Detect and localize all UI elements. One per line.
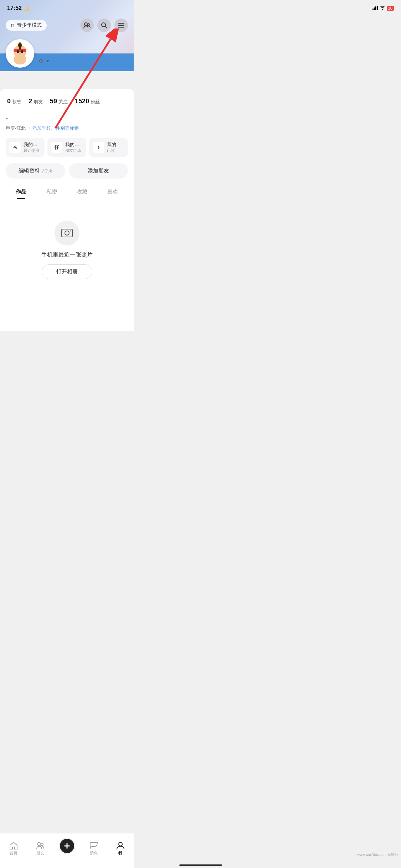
name-dot	[39, 59, 43, 63]
friends-label: 朋友	[34, 99, 43, 105]
friends-number: 2	[29, 98, 32, 105]
mini-app-programs-icon: ✳	[9, 142, 21, 153]
stat-friends[interactable]: 2 朋友	[29, 98, 43, 105]
mini-app-music-name: 我的	[107, 141, 116, 148]
stat-followers[interactable]: 1520 粉丝	[75, 98, 100, 105]
avatar[interactable]	[6, 39, 34, 68]
mini-app-zaizi[interactable]: 仔 我的仔仔 朋友广场	[47, 138, 86, 157]
svg-rect-21	[62, 229, 72, 237]
svg-rect-11	[118, 25, 124, 26]
svg-point-6	[84, 23, 87, 26]
tabs-row: 作品 私密 收藏 喜欢	[0, 184, 134, 199]
menu-button[interactable]	[114, 19, 128, 32]
followers-number: 1520	[75, 98, 89, 105]
mini-app-zaizi-sub: 朋友广场	[65, 148, 83, 153]
youth-mode-icon: ⊓	[11, 22, 15, 28]
status-time: 17:52	[7, 5, 22, 11]
edit-profile-button[interactable]: 编辑资料 70%	[6, 163, 65, 179]
mini-app-music-icon: ♪	[93, 142, 104, 153]
status-bar: 17:52 🌙 10	[0, 0, 134, 14]
stats-row: 0 获赞 2 朋友 59 关注 1520 粉丝	[6, 95, 128, 111]
svg-rect-12	[118, 27, 124, 28]
svg-point-7	[87, 24, 89, 26]
tags-row: 重庆·江北 + 添加学校、性别等标签	[6, 124, 128, 136]
svg-point-22	[65, 231, 69, 235]
svg-rect-10	[118, 23, 124, 24]
svg-rect-19	[19, 45, 21, 50]
empty-state: 手机里最近一张照片 打开相册	[6, 199, 128, 293]
likes-number: 0	[7, 98, 11, 105]
empty-state-text: 手机里最近一张照片	[41, 251, 93, 259]
open-album-button[interactable]: 打开相册	[42, 264, 92, 279]
action-buttons-row: 编辑资料 70% 添加朋友	[6, 162, 128, 184]
location-tag: 重庆·江北	[6, 125, 26, 131]
mini-app-zaizi-info: 我的仔仔 朋友广场	[65, 141, 83, 153]
tab-works[interactable]: 作品	[6, 184, 36, 199]
mini-app-zaizi-icon: 仔	[51, 142, 62, 153]
tab-works-label: 作品	[16, 188, 26, 195]
youth-mode-label: 青少年模式	[17, 22, 42, 29]
mini-app-music-info: 我的 已收	[107, 141, 116, 153]
followers-label: 粉丝	[91, 99, 100, 105]
dropdown-arrow-icon: ▼	[46, 58, 50, 63]
mini-app-programs[interactable]: ✳ 我的小程序 最近使用	[6, 138, 45, 157]
svg-point-17	[21, 50, 23, 53]
tab-likes[interactable]: 喜欢	[97, 184, 128, 199]
following-number: 59	[50, 98, 57, 105]
header-icons	[80, 19, 128, 32]
youth-mode-button[interactable]: ⊓ 青少年模式	[6, 20, 47, 31]
bio-text: 。	[6, 111, 128, 124]
tab-private[interactable]: 私密	[36, 184, 67, 199]
mini-app-programs-info: 我的小程序 最近使用	[24, 141, 41, 153]
tab-private-label: 私密	[46, 188, 57, 195]
profile-name-area: ▼	[39, 58, 50, 63]
following-label: 关注	[58, 99, 68, 105]
mini-app-music[interactable]: ♪ 我的 已收	[89, 138, 128, 157]
moon-icon: 🌙	[23, 5, 29, 11]
main-card: 0 获赞 2 朋友 59 关注 1520 粉丝 。 重庆·江北 + 添加学校、性…	[0, 89, 134, 331]
friends-button[interactable]	[80, 19, 94, 32]
svg-point-16	[17, 50, 19, 53]
likes-label: 获赞	[12, 99, 21, 105]
add-tag-button[interactable]: + 添加学校、性别等标签	[29, 125, 79, 131]
tab-likes-label: 喜欢	[107, 188, 118, 195]
add-friend-button[interactable]: 添加朋友	[69, 163, 128, 179]
edit-profile-percent: 70%	[40, 167, 52, 174]
svg-line-9	[105, 26, 107, 29]
stat-likes[interactable]: 0 获赞	[7, 98, 21, 105]
search-button[interactable]	[97, 19, 111, 32]
svg-rect-15	[14, 49, 26, 52]
mini-app-zaizi-name: 我的仔仔	[65, 141, 83, 148]
mini-app-programs-sub: 最近使用	[24, 148, 41, 153]
edit-profile-label: 编辑资料	[19, 167, 40, 174]
svg-point-20	[19, 53, 21, 55]
mini-app-programs-name: 我的小程序	[24, 141, 41, 148]
add-friend-label: 添加朋友	[88, 167, 109, 174]
mini-apps-row: ✳ 我的小程序 最近使用 仔 我的仔仔 朋友广场 ♪ 我的 已收	[6, 136, 128, 162]
empty-photo-icon	[55, 221, 79, 246]
tab-favorites-label: 收藏	[77, 188, 87, 195]
svg-point-23	[70, 231, 71, 232]
header-nav: ⊓ 青少年模式	[0, 19, 134, 32]
stat-following[interactable]: 59 关注	[50, 98, 68, 105]
tab-favorites[interactable]: 收藏	[67, 184, 98, 199]
mini-app-music-sub: 已收	[107, 148, 116, 153]
